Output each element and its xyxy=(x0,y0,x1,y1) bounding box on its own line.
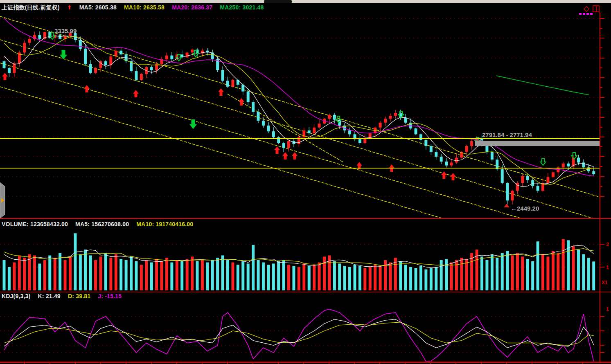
chart-canvas[interactable] xyxy=(0,0,611,364)
low-price-annotation: ←2449.20 xyxy=(511,205,539,212)
ma5-value: MA5: 2605.38 xyxy=(79,4,117,11)
high-price-annotation: ←3335.99 xyxy=(48,27,77,34)
kdj-header: KDJ(9,3,3) K: 21.49 D: 39.81 J: -15.15 xyxy=(2,293,127,299)
trading-terminal-window: 上证指数(日线.前复权) ⬆ MA5: 2605.38 MA10: 2635.5… xyxy=(0,0,611,364)
buy-signal-arrow-icon xyxy=(441,171,447,179)
ma250-value: MA250: 3021.48 xyxy=(220,4,264,11)
kdj-axis-label: 1 xyxy=(606,306,609,312)
split-window-icon[interactable] xyxy=(593,5,600,12)
sell-signal-arrow-icon xyxy=(189,119,197,129)
kdj-d-value: D: 39.81 xyxy=(68,293,90,299)
buy-signal-arrow-icon xyxy=(133,90,139,97)
buy-signal-arrow-icon xyxy=(2,73,8,80)
kdj-name: KDJ(9,3,3) xyxy=(2,293,30,299)
volume-ma5-value: MA5: 156270608.00 xyxy=(75,221,129,227)
volume-ma10-value: MA10: 191740416.00 xyxy=(136,221,193,227)
kdj-j-value: J: -15.15 xyxy=(98,293,122,299)
low-point-triangle-icon xyxy=(504,204,510,207)
buy-signal-arrow-icon xyxy=(239,98,244,106)
magenta-dashes-decoration xyxy=(579,13,593,15)
up-arrow-icon: ⬆ xyxy=(67,4,72,11)
volume-axis-label-1: 1 xyxy=(606,264,609,270)
ma20-value: MA20: 2636.37 xyxy=(172,4,212,11)
sidebar-expander-handle[interactable] xyxy=(0,182,5,218)
diamond-icon[interactable] xyxy=(583,5,590,13)
x1-scale-label: X1 xyxy=(602,280,608,285)
buy-signal-arrow-icon xyxy=(274,146,280,154)
ma10-value: MA10: 2635.58 xyxy=(124,4,165,11)
gap-range-annotation: 2791.84 - 2771.94 xyxy=(482,131,532,138)
volume-value: VOLUME: 123658432.00 xyxy=(2,221,68,227)
sell-signal-arrow-icon xyxy=(541,159,546,165)
volume-header: VOLUME: 123658432.00 MA5: 156270608.00 M… xyxy=(2,221,199,227)
kdj-k-value: K: 21.49 xyxy=(38,293,61,299)
buy-signal-arrow-icon xyxy=(450,173,456,180)
buy-signal-arrow-icon xyxy=(292,152,298,160)
volume-axis-label-2: 2 xyxy=(606,241,609,247)
main-chart-header: 上证指数(日线.前复权) ⬆ MA5: 2605.38 MA10: 2635.5… xyxy=(2,4,269,11)
buy-signal-arrow-icon xyxy=(218,88,224,96)
buy-signal-arrow-icon xyxy=(282,152,288,160)
symbol-label: 上证指数(日线.前复权) xyxy=(2,4,60,11)
buy-signal-arrow-icon xyxy=(84,85,90,92)
